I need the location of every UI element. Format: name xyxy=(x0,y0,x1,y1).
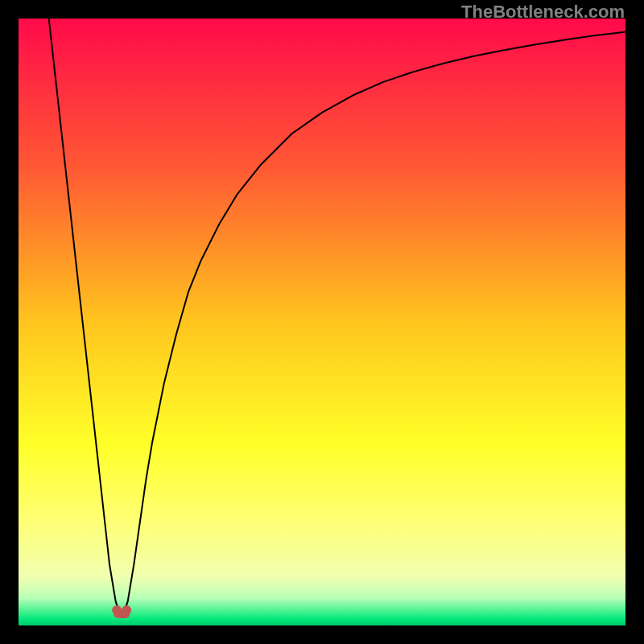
chart-frame: TheBottleneck.com xyxy=(0,0,644,644)
svg-rect-3 xyxy=(114,610,130,618)
watermark-text: TheBottleneck.com xyxy=(461,2,625,23)
bottleneck-curve xyxy=(19,19,625,625)
minimum-marker xyxy=(112,605,131,618)
plot-area xyxy=(19,19,625,625)
